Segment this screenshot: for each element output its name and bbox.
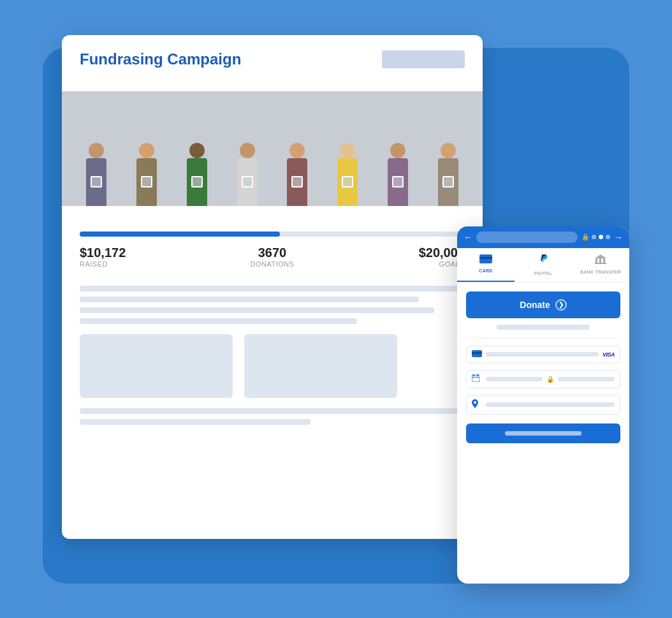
- payment-card: ← 🔒 → CARD: [457, 226, 629, 584]
- person-body: [86, 158, 106, 206]
- donate-button-label: Donate: [520, 300, 550, 310]
- person-body: [438, 158, 458, 206]
- text-line: [80, 318, 357, 324]
- person-frame: [342, 176, 353, 188]
- dot-3: [606, 235, 610, 239]
- bank-tab-icon: [595, 254, 606, 267]
- person-frame: [392, 176, 404, 188]
- card-number-input[interactable]: [486, 352, 599, 357]
- person-frame: [91, 176, 102, 188]
- expiry-input[interactable]: [486, 377, 543, 381]
- lock-icon: 🔒: [581, 233, 589, 240]
- person-frame: [442, 176, 454, 188]
- main-fundraising-card: Fundrasing Campaign: [62, 35, 483, 539]
- svg-rect-8: [472, 352, 482, 354]
- text-line: [80, 419, 310, 425]
- tab-bank[interactable]: BANK TRANSFER: [572, 248, 629, 282]
- donations-value: 3670: [250, 246, 294, 260]
- image-placeholder-1: [80, 334, 233, 398]
- svg-rect-10: [473, 374, 474, 376]
- svg-rect-9: [472, 375, 479, 382]
- card-number-row[interactable]: VISA: [466, 346, 620, 364]
- donate-button[interactable]: Donate ❯: [466, 291, 620, 318]
- additional-text: [80, 408, 465, 425]
- person-2: [136, 143, 157, 206]
- back-arrow[interactable]: ←: [464, 232, 472, 242]
- card-header: Fundrasing Campaign: [80, 50, 465, 68]
- svg-rect-5: [603, 258, 605, 263]
- donate-chevron-icon: ❯: [555, 299, 567, 311]
- dot-2: [599, 235, 603, 239]
- svg-rect-11: [477, 374, 478, 376]
- header-action-placeholder: [382, 50, 465, 68]
- expiry-cvv-row[interactable]: 🔒: [466, 370, 620, 388]
- person-frame: [141, 176, 152, 188]
- hero-image: [62, 91, 483, 206]
- payment-body: Donate ❯ VISA: [457, 283, 629, 450]
- person-1: [86, 143, 106, 206]
- image-placeholders: [80, 334, 465, 398]
- cvv-input[interactable]: [558, 377, 615, 381]
- tab-paypal[interactable]: PAYPAL: [515, 248, 572, 282]
- person-head: [189, 143, 205, 158]
- location-icon: [472, 399, 482, 410]
- description-text: [80, 286, 465, 324]
- person-frame: [191, 176, 203, 188]
- progress-bar-container: [80, 232, 465, 237]
- person-body: [237, 158, 258, 206]
- progress-bar-fill: [80, 232, 280, 237]
- person-body: [337, 158, 358, 206]
- person-body: [388, 158, 408, 206]
- calendar-icon: [472, 374, 482, 384]
- person-head: [139, 143, 154, 158]
- person-frame: [291, 176, 303, 188]
- amount-placeholder: [497, 325, 589, 330]
- person-7: [388, 143, 408, 206]
- person-body: [136, 158, 157, 206]
- person-6: [337, 143, 358, 206]
- divider-1: [466, 337, 620, 338]
- person-8: [438, 143, 458, 206]
- svg-rect-4: [599, 258, 601, 263]
- stats-row: $10,172 RAISED 3670 DONATIONS $20,000 GO…: [80, 246, 465, 268]
- card-input-icon: [472, 350, 482, 359]
- page-title: Fundrasing Campaign: [80, 50, 241, 68]
- person-body: [287, 158, 307, 206]
- paypal-tab-label: PAYPAL: [534, 271, 553, 276]
- forward-arrow[interactable]: →: [614, 232, 623, 242]
- donations-stat: 3670 DONATIONS: [250, 246, 294, 268]
- bank-tab-label: BANK TRANSFER: [580, 270, 621, 274]
- raised-label: RAISED: [80, 260, 126, 268]
- zip-row[interactable]: [466, 395, 620, 415]
- browser-bar: ← 🔒 →: [457, 226, 629, 248]
- svg-rect-1: [479, 257, 492, 259]
- submit-button-label: [505, 431, 581, 436]
- image-placeholder-2: [244, 334, 397, 398]
- url-bar[interactable]: [476, 232, 578, 243]
- svg-rect-3: [595, 258, 597, 263]
- person-head: [289, 143, 305, 158]
- person-head: [340, 143, 355, 158]
- svg-marker-2: [595, 254, 606, 258]
- raised-value: $10,172: [80, 246, 126, 260]
- svg-rect-6: [595, 263, 606, 264]
- raised-stat: $10,172 RAISED: [80, 246, 126, 268]
- text-line: [80, 408, 465, 414]
- person-head: [89, 143, 104, 158]
- submit-payment-button[interactable]: [466, 423, 620, 443]
- donations-label: DONATIONS: [250, 260, 294, 268]
- payment-tabs: CARD PAYPAL: [457, 248, 629, 283]
- text-line: [80, 286, 465, 291]
- dot-1: [592, 235, 596, 239]
- person-4: [237, 143, 258, 206]
- text-line: [80, 297, 419, 302]
- card-tab-icon: [479, 254, 492, 266]
- person-head: [240, 143, 255, 158]
- person-body: [187, 158, 207, 206]
- zip-input[interactable]: [486, 402, 615, 407]
- card-tab-label: CARD: [479, 269, 492, 273]
- person-5: [287, 143, 307, 206]
- person-head: [441, 143, 456, 158]
- paypal-tab-icon: [538, 254, 548, 269]
- tab-card[interactable]: CARD: [457, 248, 515, 282]
